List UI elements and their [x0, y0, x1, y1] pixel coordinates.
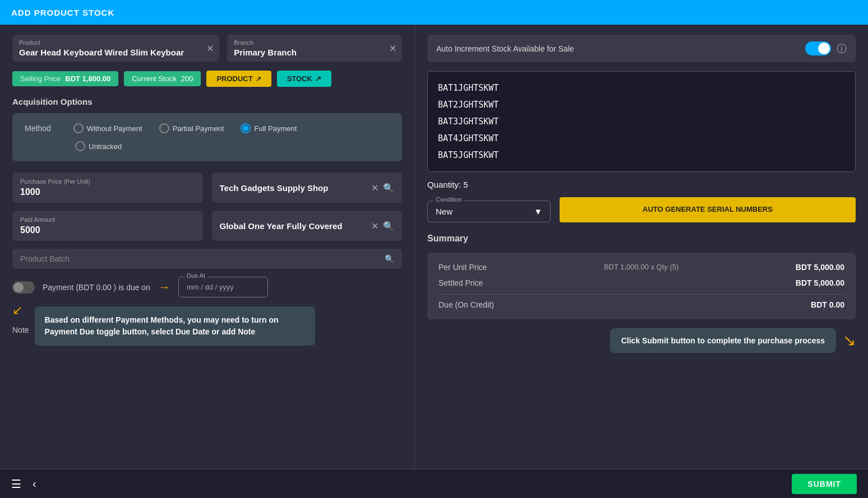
summary-title: Summary [427, 234, 856, 244]
radio-partial-payment-label: Partial Payment [173, 124, 224, 133]
product-ext-icon: ↗ [256, 75, 261, 83]
stock-ext-icon: ↗ [315, 75, 321, 83]
auto-increment-row: Auto Increment Stock Available for Sale … [427, 35, 856, 62]
method-label: Method [25, 124, 51, 133]
product-label: Product [19, 39, 213, 46]
purchase-price-field: Purchase Price (Per Unit) 1000 [12, 173, 203, 203]
auto-generate-button[interactable]: AUTO GENERATE SERIAL NUMBERS [560, 197, 856, 222]
settled-label: Settled Price [438, 278, 483, 287]
method-row: Method Without Payment Partial Payment F… [25, 123, 390, 133]
left-panel: Product Gear Head Keyboard Wired Slim Ke… [0, 25, 415, 469]
selling-price-label: Selling Price [20, 75, 61, 83]
arrow-right-icon: → [158, 280, 170, 295]
product-value: Gear Head Keyboard Wired Slim Keyboar [19, 48, 213, 57]
serial-4: BAT4JGHTSKWT [438, 130, 845, 147]
stock-button[interactable]: STOCK ↗ [277, 71, 331, 87]
note-label: Note [12, 325, 29, 334]
product-field: Product Gear Head Keyboard Wired Slim Ke… [12, 35, 219, 62]
radio-full-payment[interactable]: Full Payment [241, 123, 297, 133]
warranty-clear-icon[interactable]: ✕ [371, 221, 378, 231]
note-tooltip-row: ↙ Note Based on different Payment Method… [12, 303, 402, 346]
toggle-knob [13, 282, 24, 292]
per-unit-calc: BDT 1,000.00 x Qty (5) [604, 263, 678, 271]
serial-numbers-box[interactable]: BAT1JGHTSKWT BAT2JGHTSKWT BAT3JGHTSKWT B… [427, 71, 856, 172]
condition-dropdown-icon: ▼ [534, 207, 542, 216]
batch-row: Product Batch 🔍 [12, 249, 402, 269]
current-stock-value: 200 [181, 75, 193, 83]
summary-settled-row: Settled Price BDT 5,000.00 [438, 278, 844, 287]
hamburger-icon[interactable]: ☰ [11, 477, 21, 491]
page-title: ADD PRODUCT STOCK [11, 8, 114, 17]
radio-full-payment-label: Full Payment [254, 124, 297, 133]
due-date-placeholder: mm / dd / yyyy [187, 283, 234, 291]
condition-select[interactable]: Condition New ▼ [427, 201, 551, 222]
summary-divider [438, 294, 844, 295]
selling-info-row: Selling Price BDT 1,800.00 Current Stock… [12, 71, 402, 87]
selling-price-value: BDT 1,800.00 [65, 75, 110, 83]
back-icon[interactable]: ‹ [33, 477, 36, 490]
auto-increment-controls: ⓘ [805, 41, 847, 55]
supplier-field: Tech Gadgets Supply Shop ✕ 🔍 [212, 173, 403, 203]
payment-due-toggle[interactable] [12, 281, 35, 294]
supplier-value: Tech Gadgets Supply Shop [220, 183, 329, 193]
serial-2: BAT2JGHTSKWT [438, 96, 845, 113]
acquisition-title: Acquisition Options [12, 97, 402, 106]
warranty-search-icon[interactable]: 🔍 [383, 221, 394, 231]
right-tooltip-text: Click Submit button to complete the purc… [621, 336, 825, 345]
note-section: ↙ Note [12, 303, 29, 334]
quantity-value: 5 [463, 180, 468, 189]
radio-partial-payment[interactable]: Partial Payment [159, 123, 224, 133]
left-tooltip-text: Based on different Payment Methods, you … [45, 315, 279, 336]
left-tooltip-box: Based on different Payment Methods, you … [35, 306, 315, 346]
supplier-clear-icon[interactable]: ✕ [371, 183, 378, 193]
paid-amount-value: 5000 [20, 225, 195, 235]
condition-auto-row: Condition New ▼ AUTO GENERATE SERIAL NUM… [427, 197, 856, 222]
purchase-price-label: Purchase Price (Per Unit) [20, 178, 195, 185]
right-panel: Auto Increment Stock Available for Sale … [415, 25, 868, 469]
paid-amount-field: Paid Amount 5000 [12, 211, 203, 241]
summary-per-unit-row: Per Unit Price BDT 1,000.00 x Qty (5) BD… [438, 263, 844, 272]
toggle-blue-knob [818, 43, 830, 54]
radio-without-payment[interactable]: Without Payment [73, 123, 142, 133]
acquisition-box: Method Without Payment Partial Payment F… [12, 113, 402, 161]
product-button[interactable]: PRODUCT ↗ [206, 71, 271, 87]
per-unit-label: Per Unit Price [438, 263, 487, 272]
current-stock-label: Current Stock [132, 75, 176, 83]
bottom-left: ☰ ‹ [11, 477, 36, 491]
purchase-price-value: 1000 [20, 187, 195, 197]
right-tooltip-area: Click Submit button to complete the purc… [427, 328, 856, 353]
product-batch-placeholder: Product Batch [20, 254, 70, 263]
selling-price-badge: Selling Price BDT 1,800.00 [12, 71, 118, 86]
warranty-actions: ✕ 🔍 [371, 221, 394, 231]
due-at-label: Due At [184, 272, 207, 279]
note-arrow-icon: ↙ [12, 303, 22, 318]
due-credit-value: BDT 0.00 [811, 300, 844, 309]
radio-untracked-circle [75, 141, 85, 151]
submit-button[interactable]: SUBMIT [792, 474, 857, 494]
radio-full-payment-circle [241, 123, 251, 133]
summary-box: Per Unit Price BDT 1,000.00 x Qty (5) BD… [427, 253, 856, 319]
supplier-search-icon[interactable]: 🔍 [383, 183, 394, 193]
due-on-credit-row: Due (On Credit) BDT 0.00 [438, 300, 844, 309]
right-tooltip-box: Click Submit button to complete the purc… [610, 328, 836, 353]
condition-value: New [436, 207, 453, 216]
auto-increment-toggle[interactable] [805, 41, 831, 55]
purchase-supplier-row: Purchase Price (Per Unit) 1000 Tech Gadg… [12, 173, 402, 203]
auto-increment-label: Auto Increment Stock Available for Sale [436, 44, 574, 53]
radio-without-payment-label: Without Payment [87, 124, 142, 133]
product-batch-field[interactable]: Product Batch 🔍 [12, 249, 402, 269]
branch-label: Branch [234, 39, 395, 46]
payment-due-text: Payment (BDT 0.00 ) is due on [43, 283, 150, 292]
branch-value: Primary Branch [234, 48, 395, 57]
current-stock-badge: Current Stock 200 [124, 71, 201, 86]
branch-close-icon[interactable]: ✕ [389, 43, 396, 54]
info-icon[interactable]: ⓘ [837, 42, 847, 55]
product-close-icon[interactable]: ✕ [206, 43, 214, 54]
product-batch-search-icon[interactable]: 🔍 [385, 254, 394, 263]
quantity-label: Quantity: [427, 180, 461, 189]
radio-partial-payment-circle [159, 123, 169, 133]
radio-untracked[interactable]: Untracked [75, 141, 122, 151]
due-date-field[interactable]: Due At mm / dd / yyyy [178, 277, 268, 297]
branch-field: Branch Primary Branch ✕ [227, 35, 402, 62]
stock-btn-label: STOCK [287, 75, 312, 83]
